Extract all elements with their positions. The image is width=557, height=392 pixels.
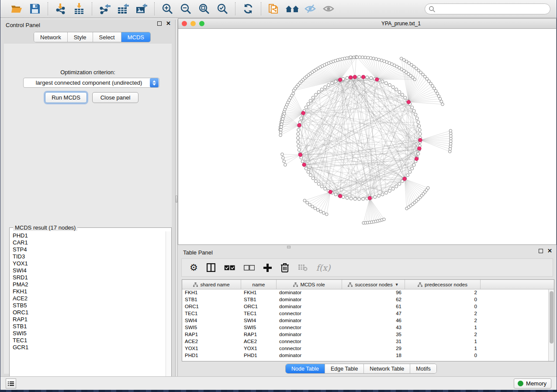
leaf-node[interactable] [280, 128, 283, 131]
ring-node[interactable] [346, 196, 349, 199]
leaf-node[interactable] [369, 57, 372, 60]
cell[interactable]: dominator [277, 303, 342, 310]
ring-node[interactable] [298, 120, 301, 124]
mcds-result-item[interactable]: ORC1 [13, 309, 166, 316]
leaf-node[interactable] [279, 134, 282, 137]
cell[interactable]: dominator [277, 317, 342, 324]
search-input[interactable] [425, 3, 550, 14]
delete-columns-trash-icon[interactable] [280, 263, 289, 272]
network-window-titlebar[interactable]: YPA_prune.txt_1 [178, 19, 556, 29]
ring-node[interactable] [384, 191, 387, 194]
dominator-node[interactable] [419, 138, 422, 142]
ring-node[interactable] [349, 197, 353, 200]
export-table-icon[interactable] [116, 2, 131, 15]
column-header-name[interactable]: name [241, 280, 277, 289]
cell[interactable]: STB1 [182, 296, 241, 303]
column-header-MCDS-role[interactable]: MCDS role [277, 280, 342, 289]
first-neighbors-icon[interactable] [285, 2, 300, 15]
cell[interactable]: TEC1 [182, 310, 241, 317]
cell[interactable]: 29 [342, 345, 405, 352]
cell[interactable]: FKH1 [182, 289, 241, 296]
leaf-node[interactable] [308, 203, 311, 206]
ring-node[interactable] [395, 88, 398, 91]
cell[interactable]: 1 [405, 338, 481, 345]
ring-node[interactable] [417, 120, 420, 124]
horizontal-splitter-handle[interactable] [287, 246, 291, 248]
table-row[interactable]: YOX1YOX1connector291 [182, 345, 554, 352]
mcds-result-item[interactable]: CAR1 [13, 239, 166, 246]
cell[interactable]: 2 [405, 331, 481, 338]
cell[interactable]: ORC1 [182, 303, 241, 310]
close-panel-icon[interactable]: ✕ [166, 21, 171, 26]
ring-node[interactable] [398, 182, 401, 186]
run-mcds-button[interactable]: Run MCDS [45, 92, 87, 103]
ring-node[interactable] [307, 103, 310, 106]
cell[interactable]: 31 [342, 338, 405, 345]
ring-node[interactable] [388, 189, 391, 193]
dominator-node[interactable] [375, 78, 379, 81]
mcds-result-list[interactable]: PHD1CAR1STP4TID3YOX1SWI4SRD1PMA2FKH1ACE2… [10, 231, 166, 389]
zoom-in-icon[interactable] [160, 2, 175, 15]
open-file-icon[interactable] [9, 2, 24, 15]
leaf-node[interactable] [358, 56, 361, 59]
cell[interactable]: 0 [405, 352, 481, 359]
dominator-node[interactable] [329, 190, 332, 193]
ring-node[interactable] [320, 185, 323, 188]
table-row[interactable]: SWI5SWI5connector431 [182, 324, 554, 331]
cell[interactable]: 1 [405, 345, 481, 352]
cell[interactable]: SWI5 [241, 324, 277, 331]
ring-node[interactable] [353, 197, 356, 200]
ring-node[interactable] [309, 174, 312, 177]
leaf-node[interactable] [437, 95, 440, 98]
ring-node[interactable] [362, 197, 365, 200]
table-scrollbar-thumb[interactable] [550, 291, 554, 344]
mcds-result-item[interactable]: SWI4 [13, 267, 166, 274]
ring-node[interactable] [358, 198, 361, 201]
dominator-node[interactable] [298, 153, 302, 156]
leaf-node[interactable] [361, 56, 364, 59]
ring-node[interactable] [401, 93, 404, 96]
leaf-node[interactable] [279, 131, 282, 134]
leaf-node[interactable] [380, 59, 383, 62]
ring-node[interactable] [381, 80, 384, 83]
node-table[interactable]: shared namenameMCDS rolesuccessor nodes▼… [182, 279, 554, 361]
ring-node[interactable] [417, 152, 420, 155]
cell[interactable]: TEC1 [241, 310, 277, 317]
cell[interactable]: 46 [342, 317, 405, 324]
ring-node[interactable] [297, 137, 300, 140]
column-header-successor-nodes[interactable]: successor nodes▼ [342, 280, 405, 289]
ring-node[interactable] [419, 132, 422, 135]
dominator-node[interactable] [407, 100, 410, 104]
cell[interactable]: 96 [342, 289, 405, 296]
dominator-node[interactable] [349, 76, 352, 79]
ring-node[interactable] [297, 144, 300, 148]
ring-node[interactable] [374, 196, 377, 199]
ring-node[interactable] [311, 96, 315, 99]
mcds-result-item[interactable]: STB5 [13, 302, 166, 309]
cell[interactable]: 0 [405, 303, 481, 310]
ring-node[interactable] [334, 193, 337, 196]
cell[interactable]: ORC1 [241, 303, 277, 310]
ring-node[interactable] [381, 193, 384, 196]
cell[interactable]: dominator [277, 289, 342, 296]
ring-node[interactable] [346, 76, 349, 79]
ring-node[interactable] [297, 132, 300, 135]
ring-node[interactable] [297, 141, 300, 144]
mcds-result-item[interactable]: STB1 [13, 323, 166, 330]
column-header-predecessor-nodes[interactable]: predecessor nodes [405, 280, 481, 289]
dominator-node[interactable] [353, 75, 356, 79]
ring-node[interactable] [317, 182, 320, 186]
ring-node[interactable] [411, 106, 414, 109]
leaf-node[interactable] [282, 115, 285, 118]
cell[interactable]: 18 [342, 352, 405, 359]
ring-node[interactable] [404, 96, 407, 99]
ring-node[interactable] [398, 90, 401, 93]
tab-edge-table[interactable]: Edge Table [325, 364, 364, 373]
leaf-node[interactable] [356, 56, 359, 59]
export-image-icon[interactable] [134, 2, 149, 15]
ring-node[interactable] [324, 187, 327, 190]
ring-node[interactable] [309, 99, 312, 102]
ring-node[interactable] [395, 185, 398, 188]
ring-node[interactable] [406, 174, 409, 177]
ring-node[interactable] [388, 83, 391, 86]
